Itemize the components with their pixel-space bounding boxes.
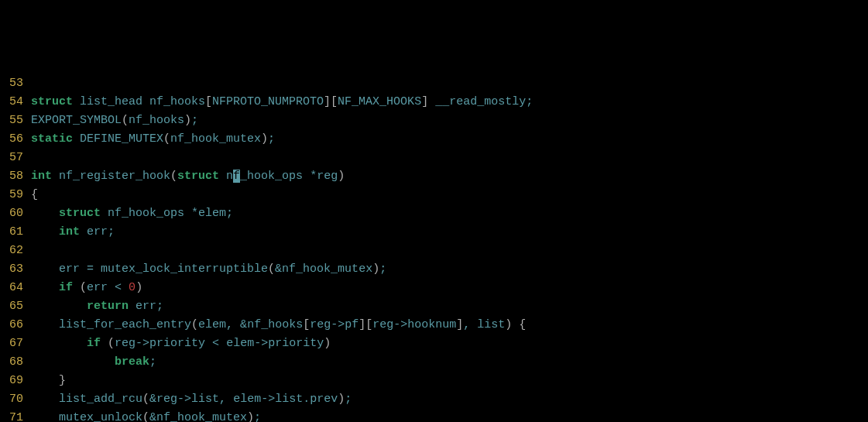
- code-line[interactable]: [31, 74, 868, 93]
- code-line[interactable]: break;: [31, 353, 868, 372]
- code-token: list_add_rcu: [31, 393, 142, 406]
- line-number: 65: [0, 297, 23, 316]
- code-token: ): [261, 132, 268, 146]
- code-token: int: [59, 225, 80, 238]
- line-number: 71: [0, 409, 23, 422]
- code-token: [31, 225, 59, 238]
- code-token: (: [268, 262, 275, 276]
- line-number: 67: [0, 335, 23, 353]
- code-token: ,: [226, 318, 233, 331]
- code-token: ;: [149, 355, 156, 369]
- code-line[interactable]: static DEFINE_MUTEX(nf_hook_mutex);: [31, 130, 868, 149]
- code-token: [31, 337, 87, 350]
- code-token: int: [31, 170, 52, 183]
- line-number: 53: [0, 74, 23, 93]
- code-token: ,: [463, 318, 470, 331]
- code-token: ;: [254, 411, 261, 422]
- code-token: hooknum: [407, 318, 456, 331]
- code-token: ]: [456, 318, 463, 331]
- code-token: <: [212, 337, 219, 350]
- code-token: [101, 337, 108, 350]
- line-number: 69: [0, 372, 23, 390]
- code-token: (: [142, 411, 149, 422]
- code-token: *: [191, 207, 198, 220]
- code-token: ;: [108, 225, 115, 238]
- code-token: &: [240, 318, 247, 331]
- code-token: pf: [345, 318, 359, 331]
- line-number: 59: [0, 186, 23, 204]
- code-token: nf_hooks: [247, 318, 303, 331]
- code-line[interactable]: EXPORT_SYMBOL(nf_hooks);: [31, 112, 868, 130]
- code-token: list: [275, 393, 303, 406]
- code-token: &: [275, 262, 282, 276]
- code-line[interactable]: int nf_register_hook(struct nf_hook_ops …: [31, 167, 868, 186]
- code-token: 0: [129, 281, 136, 294]
- code-token: ->: [261, 393, 275, 406]
- code-token: err: [87, 281, 115, 294]
- code-line[interactable]: struct nf_hook_ops *elem;: [31, 204, 868, 223]
- code-token: struct: [31, 95, 73, 108]
- code-editor[interactable]: 5354555657585960616263646566676869707172…: [0, 74, 868, 422]
- code-token: }: [59, 374, 66, 387]
- code-area[interactable]: struct list_head nf_hooks[NFPROTO_NUMPRO…: [31, 74, 868, 422]
- line-number: 57: [0, 149, 23, 167]
- code-token: struct: [59, 207, 101, 220]
- code-line[interactable]: return err;: [31, 297, 868, 316]
- code-token: NFPROTO_NUMPROTO: [212, 95, 324, 108]
- code-token: (: [80, 281, 87, 294]
- code-token: nf_register_hook: [52, 170, 170, 183]
- code-token: EXPORT_SYMBOL: [31, 114, 122, 127]
- code-token: __read_mostly: [428, 95, 526, 108]
- code-token: (: [163, 132, 170, 146]
- code-token: n: [219, 170, 233, 183]
- code-token: ->: [177, 393, 191, 406]
- code-line[interactable]: list_for_each_entry(elem, &nf_hooks[reg-…: [31, 316, 868, 335]
- code-token: ]: [421, 95, 428, 108]
- code-token: [31, 207, 59, 220]
- code-token: ): [136, 281, 142, 294]
- code-line[interactable]: err = mutex_lock_interruptible(&nf_hook_…: [31, 260, 868, 279]
- code-line[interactable]: mutex_unlock(&nf_hook_mutex);: [31, 409, 868, 422]
- code-token: priority: [268, 337, 324, 350]
- code-line[interactable]: [31, 149, 868, 167]
- code-token: (: [122, 114, 129, 127]
- line-number: 64: [0, 279, 23, 297]
- code-line[interactable]: struct list_head nf_hooks[NFPROTO_NUMPRO…: [31, 93, 868, 112]
- code-token: list: [470, 318, 505, 331]
- code-token: ): [338, 393, 345, 406]
- code-token: nf_hook_mutex: [156, 411, 247, 422]
- code-token: elem: [226, 393, 261, 406]
- code-line[interactable]: if (err < 0): [31, 279, 868, 297]
- code-token: prev: [310, 393, 338, 406]
- line-number: 54: [0, 93, 23, 112]
- code-token: ][: [324, 95, 338, 108]
- code-token: nf_hook_mutex: [170, 132, 261, 146]
- code-token: [31, 355, 115, 369]
- code-token: if: [59, 281, 73, 294]
- code-token: *: [310, 170, 317, 183]
- code-token: ;: [226, 207, 233, 220]
- code-line[interactable]: list_add_rcu(&reg->list, elem->list.prev…: [31, 390, 868, 409]
- code-token: [233, 318, 240, 331]
- code-token: [31, 374, 59, 387]
- code-token: mutex_lock_interruptible: [94, 262, 268, 276]
- code-token: list_head nf_hooks: [73, 95, 205, 108]
- code-token: [31, 300, 87, 313]
- code-line[interactable]: [31, 242, 868, 260]
- code-line[interactable]: }: [31, 372, 868, 390]
- code-line[interactable]: int err;: [31, 223, 868, 242]
- code-line[interactable]: if (reg->priority < elem->priority): [31, 335, 868, 353]
- code-token: ][: [359, 318, 372, 331]
- code-line[interactable]: {: [31, 186, 868, 204]
- code-token: nf_hooks: [129, 114, 184, 127]
- code-token: priority: [149, 337, 212, 350]
- code-token: elem: [198, 207, 226, 220]
- line-number: 68: [0, 353, 23, 372]
- code-token: elem: [198, 318, 226, 331]
- line-number: 58: [0, 167, 23, 186]
- code-token: err: [129, 300, 156, 313]
- code-token: (: [108, 337, 115, 350]
- code-token: {: [519, 318, 526, 331]
- code-token: .: [303, 393, 310, 406]
- line-number: 70: [0, 390, 23, 409]
